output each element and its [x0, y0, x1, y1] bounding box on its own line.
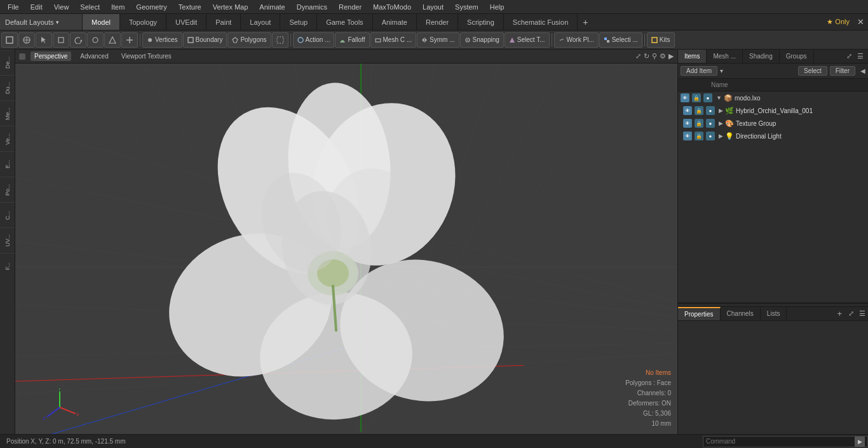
items-expand-icon[interactable]: ⤢ — [844, 51, 854, 62]
item-expand-texgrp[interactable]: ▶ — [719, 120, 723, 126]
command-run-button[interactable]: ▶ — [855, 437, 865, 447]
menu-animate[interactable]: Animate — [254, 2, 290, 12]
item-expand-root[interactable]: ▼ — [716, 95, 722, 101]
tool-world-icon[interactable] — [18, 32, 35, 48]
layout-tab-setup[interactable]: Setup — [280, 14, 317, 30]
sidebar-item-0[interactable]: De... — [0, 50, 15, 75]
items-tab-items[interactable]: Items — [678, 50, 707, 63]
layout-tab-paint[interactable]: Paint — [207, 14, 241, 30]
tool-select-icon[interactable] — [1, 32, 18, 48]
tool-move-icon[interactable] — [121, 32, 138, 48]
tool-box-icon[interactable] — [53, 32, 69, 48]
items-tab-mesh[interactable]: Mesh ... — [707, 50, 743, 63]
menu-help[interactable]: Help — [485, 2, 510, 12]
boundary-button[interactable]: Boundary — [183, 32, 227, 48]
props-tab-lists[interactable]: Lists — [761, 307, 787, 320]
layout-tab-model[interactable]: Model — [83, 14, 120, 30]
viewport-refresh-icon[interactable]: ↻ — [644, 52, 649, 60]
item-row-orchid[interactable]: 👁 🔒 ● ▶ 🌿 Hybrid_Orchid_Vanilla_001 — [678, 104, 868, 117]
props-tab-properties[interactable]: Properties — [678, 307, 721, 320]
item-lock-orchid[interactable]: 🔒 — [695, 106, 703, 115]
item-row-root[interactable]: 👁 🔒 ● ▼ 📦 modo.lxo — [678, 92, 868, 104]
layout-tab-schematic[interactable]: Schematic Fusion — [504, 14, 578, 30]
tool-rotate-icon[interactable] — [70, 32, 86, 48]
falloff-button[interactable]: Falloff — [335, 32, 369, 48]
item-expand-dirlight[interactable]: ▶ — [719, 133, 723, 139]
add-item-dropdown[interactable]: ▾ — [720, 67, 723, 74]
layout-tab-topology[interactable]: Topology — [120, 14, 166, 30]
layout-tab-layout[interactable]: Layout — [241, 14, 280, 30]
menu-item[interactable]: Item — [106, 2, 130, 12]
layout-tab-scripting[interactable]: Scripting — [458, 14, 504, 30]
symm-button[interactable]: Symm ... — [417, 32, 459, 48]
command-area[interactable]: ▶ — [703, 436, 868, 447]
viewport-settings-icon[interactable]: ⚙ — [660, 52, 666, 60]
menu-render[interactable]: Render — [334, 2, 367, 12]
command-input[interactable] — [706, 438, 855, 445]
item-render-orchid[interactable]: ● — [706, 106, 715, 115]
item-vis-texgrp[interactable]: 👁 — [683, 119, 692, 128]
sidebar-item-7[interactable]: UV... — [0, 227, 15, 253]
layout-tab-render[interactable]: Render — [417, 14, 458, 30]
sidebar-item-2[interactable]: Me... — [0, 100, 15, 126]
menu-select[interactable]: Select — [75, 2, 105, 12]
menu-maxtomodo[interactable]: MaxToModo — [368, 2, 416, 12]
viewport[interactable]: Perspective Advanced Viewport Textures ⤢… — [15, 50, 677, 434]
layout-star[interactable]: ★ Only — [823, 18, 853, 26]
layout-tab-uvedit[interactable]: UVEdit — [166, 14, 207, 30]
tool-circle-icon[interactable] — [87, 32, 104, 48]
item-vis-dirlight[interactable]: 👁 — [683, 132, 692, 140]
props-tab-channels[interactable]: Channels — [721, 307, 761, 320]
item-vis-orchid[interactable]: 👁 — [683, 106, 692, 115]
layout-add-button[interactable]: + — [578, 14, 593, 30]
lasso-icon[interactable] — [272, 32, 288, 48]
item-name-root[interactable]: modo.lxo — [735, 95, 761, 102]
polygons-button[interactable]: Polygons — [227, 32, 271, 48]
menu-view[interactable]: View — [49, 2, 74, 12]
item-row-dirlight[interactable]: 👁 🔒 ● ▶ 💡 Directional Light — [678, 130, 868, 142]
item-lock-dirlight[interactable]: 🔒 — [695, 132, 703, 140]
items-tab-shading[interactable]: Shading — [743, 50, 780, 63]
sidebar-item-8[interactable]: F... — [0, 253, 15, 278]
vertices-button[interactable]: Vertices — [142, 32, 182, 48]
props-options-icon[interactable]: ☰ — [857, 309, 868, 318]
menu-geometry[interactable]: Geometry — [131, 2, 172, 12]
props-add-icon[interactable]: + — [833, 309, 846, 318]
menu-dynamics[interactable]: Dynamics — [292, 2, 332, 12]
item-render-texgrp[interactable]: ● — [706, 119, 715, 128]
item-lock-texgrp[interactable]: 🔒 — [695, 119, 703, 128]
layout-dropdown[interactable]: Default Layouts ▾ — [0, 14, 83, 30]
items-tab-groups[interactable]: Groups — [780, 50, 814, 63]
item-name-orchid[interactable]: Hybrid_Orchid_Vanilla_001 — [736, 107, 813, 114]
items-collapse-icon[interactable]: ◀ — [860, 67, 865, 74]
sidebar-item-5[interactable]: Po... — [0, 177, 15, 202]
select-t-button[interactable]: Select T... — [505, 32, 550, 48]
props-expand-icon[interactable]: ⤢ — [846, 309, 857, 318]
layout-close-icon[interactable]: ✕ — [853, 17, 868, 27]
item-render-dirlight[interactable]: ● — [706, 132, 715, 140]
item-name-texgrp[interactable]: Texture Group — [736, 120, 776, 127]
item-expand-orchid[interactable]: ▶ — [719, 107, 723, 114]
viewport-maximize-icon[interactable]: ⤢ — [635, 52, 641, 60]
action-button[interactable]: Action ... — [293, 32, 335, 48]
menu-file[interactable]: File — [3, 2, 24, 12]
viewport-tab-textures[interactable]: Viewport Textures — [118, 51, 175, 61]
mesh-c-button[interactable]: Mesh C ... — [370, 32, 417, 48]
item-lock-root[interactable]: 🔒 — [692, 93, 701, 102]
menu-texture[interactable]: Texture — [173, 2, 207, 12]
menu-system[interactable]: System — [450, 2, 484, 12]
select-button[interactable]: Select — [798, 66, 827, 76]
filter-button[interactable]: Filter — [830, 66, 855, 76]
items-options-icon[interactable]: ☰ — [855, 51, 865, 62]
viewport-canvas[interactable]: X Y Z No Items Polygons : Face Channels:… — [15, 64, 677, 434]
menu-edit[interactable]: Edit — [25, 2, 48, 12]
menu-layout[interactable]: Layout — [417, 2, 449, 12]
add-item-button[interactable]: Add Item — [681, 66, 717, 76]
item-name-dirlight[interactable]: Directional Light — [736, 133, 782, 140]
layout-tab-animate[interactable]: Animate — [373, 14, 417, 30]
viewport-search-icon[interactable]: ⚲ — [652, 52, 657, 60]
item-render-root[interactable]: ● — [703, 93, 712, 102]
item-row-texgrp[interactable]: 👁 🔒 ● ▶ 🎨 Texture Group — [678, 117, 868, 130]
sidebar-item-1[interactable]: Du... — [0, 75, 15, 100]
tool-tri-icon[interactable] — [104, 32, 121, 48]
